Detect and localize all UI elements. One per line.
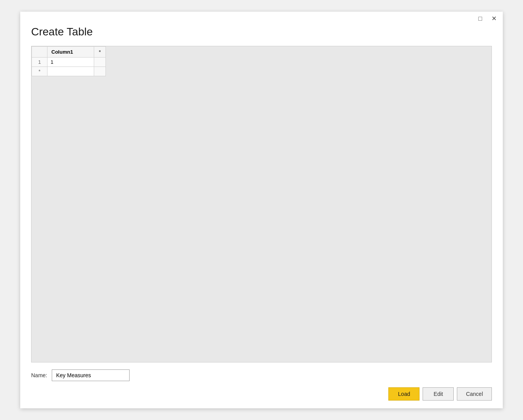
table-add-col-header[interactable]: * — [94, 47, 106, 58]
minimize-button[interactable]: □ — [477, 15, 484, 23]
row-num-1: 1 — [32, 58, 47, 67]
dialog-content: Create Table Column1 * — [20, 26, 503, 408]
title-bar: □ ✕ — [20, 12, 503, 26]
row-new-col1[interactable] — [47, 67, 94, 76]
row-new-add-col — [94, 67, 106, 76]
name-input[interactable] — [52, 369, 130, 381]
title-bar-controls: □ ✕ — [477, 15, 498, 23]
row-1-add-col — [94, 58, 106, 67]
button-row: Load Edit Cancel — [31, 387, 492, 401]
data-table: Column1 * 1 1 * — [32, 46, 106, 76]
close-button[interactable]: ✕ — [490, 15, 498, 23]
name-label: Name: — [31, 372, 47, 378]
dialog-title: Create Table — [31, 26, 492, 38]
dialog-window: □ ✕ Create Table Column1 * — [20, 12, 503, 408]
table-row: 1 1 — [32, 58, 106, 67]
table-col1-header[interactable]: Column1 — [47, 47, 94, 58]
edit-button[interactable]: Edit — [423, 387, 454, 401]
row-num-new: * — [32, 67, 47, 76]
load-button[interactable]: Load — [388, 387, 419, 401]
row-1-col1[interactable]: 1 — [47, 58, 94, 67]
table-row-header-col — [32, 47, 47, 58]
name-row: Name: — [31, 369, 492, 381]
table-area: Column1 * 1 1 * — [31, 46, 492, 362]
cancel-button[interactable]: Cancel — [457, 387, 492, 401]
table-row: * — [32, 67, 106, 76]
